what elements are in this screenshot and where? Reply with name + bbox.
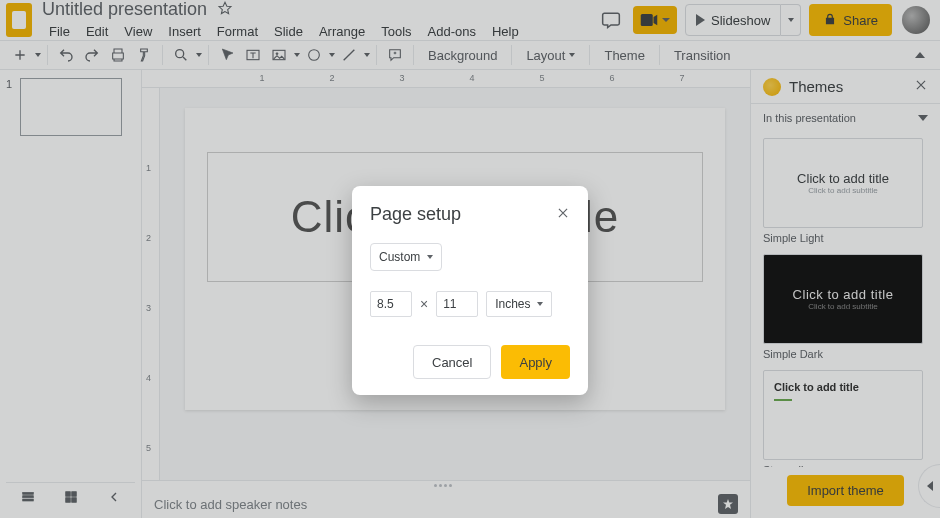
select-value: Custom: [379, 250, 420, 264]
page-unit-select[interactable]: Inches: [486, 291, 551, 317]
app-window: Untitled presentation File Edit View Ins…: [0, 0, 940, 518]
page-size-mode-select[interactable]: Custom: [370, 243, 442, 271]
dimension-separator: ×: [420, 296, 428, 312]
page-height-input[interactable]: [436, 291, 478, 317]
apply-button[interactable]: Apply: [501, 345, 570, 379]
page-setup-dialog: Page setup Custom × Inches Cancel Apply: [352, 186, 588, 395]
select-value: Inches: [495, 297, 530, 311]
close-icon[interactable]: [556, 206, 570, 223]
page-width-input[interactable]: [370, 291, 412, 317]
dialog-title: Page setup: [370, 204, 461, 225]
chevron-down-icon: [537, 302, 543, 306]
cancel-button[interactable]: Cancel: [413, 345, 491, 379]
chevron-down-icon: [427, 255, 433, 259]
